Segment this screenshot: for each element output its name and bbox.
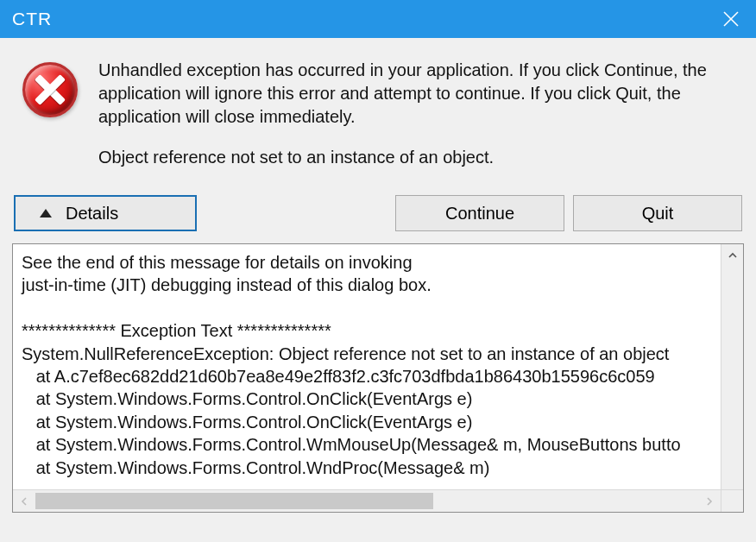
scroll-left-button[interactable] — [13, 490, 35, 513]
triangle-up-icon — [40, 209, 52, 217]
continue-button[interactable]: Continue — [395, 195, 564, 231]
details-panel: See the end of this message for details … — [12, 243, 744, 513]
button-row: Details Continue Quit — [12, 190, 744, 243]
dialog-body: Unhandled exception has occurred in your… — [0, 38, 756, 542]
message-area: Unhandled exception has occurred in your… — [12, 54, 744, 190]
chevron-left-icon — [19, 496, 29, 507]
quit-button[interactable]: Quit — [573, 195, 742, 231]
close-icon — [723, 11, 739, 27]
close-button[interactable] — [706, 0, 756, 38]
error-icon-wrap — [21, 59, 79, 117]
details-button-label: Details — [66, 204, 118, 224]
hscroll-track[interactable] — [35, 490, 698, 512]
titlebar: CTR — [0, 0, 756, 38]
chevron-up-icon — [728, 250, 738, 261]
scroll-up-button[interactable] — [721, 244, 743, 267]
chevron-right-icon — [704, 496, 715, 507]
details-button[interactable]: Details — [14, 195, 197, 231]
message-text: Unhandled exception has occurred in your… — [98, 59, 735, 174]
quit-button-label: Quit — [642, 204, 674, 224]
scroll-right-button[interactable] — [698, 490, 721, 513]
window-title: CTR — [12, 9, 52, 29]
continue-button-label: Continue — [445, 204, 514, 224]
message-secondary: Object reference not set to an instance … — [98, 146, 735, 169]
details-text[interactable]: See the end of this message for details … — [13, 244, 721, 512]
vertical-scrollbar[interactable] — [721, 244, 743, 512]
scrollbar-corner — [721, 489, 743, 512]
error-icon — [22, 62, 78, 117]
message-primary: Unhandled exception has occurred in your… — [98, 59, 735, 129]
horizontal-scrollbar[interactable] — [13, 489, 721, 512]
hscroll-thumb[interactable] — [35, 493, 433, 509]
